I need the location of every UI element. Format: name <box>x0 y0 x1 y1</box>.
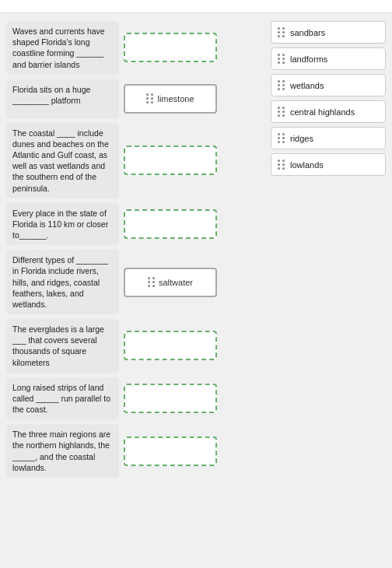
question-box-6: The everglades is a large ___ that cover… <box>6 319 119 373</box>
drag-handle-icon <box>146 93 154 103</box>
drop-zone-3[interactable] <box>124 146 217 175</box>
drop-zone-4[interactable] <box>124 209 217 239</box>
question-box-4: Every place in the state of Florida is 1… <box>6 203 119 246</box>
drop-zone-5[interactable]: saltwater <box>124 268 217 297</box>
filled-answer-label-5: saltwater <box>159 278 193 287</box>
choice-item-c6[interactable]: lowlands <box>271 153 386 176</box>
drag-handle-icon <box>148 277 156 287</box>
question-box-5: Different types of _______ in Florida in… <box>6 250 119 314</box>
choice-label-c5: ridges <box>290 134 313 143</box>
match-row-5: Different types of _______ in Florida in… <box>6 250 264 314</box>
choice-item-c1[interactable]: sandbars <box>271 21 386 44</box>
choice-drag-handle-icon <box>278 27 285 37</box>
drop-zone-7[interactable] <box>124 384 217 413</box>
drop-zone-6[interactable] <box>124 331 217 360</box>
match-row-3: The coastal ____ include dunes and beach… <box>6 123 264 198</box>
match-row-1: Waves and currents have shaped Florida's… <box>6 21 264 75</box>
question-box-2: Florida sits on a huge ________ platform <box>6 79 119 118</box>
match-row-7: Long raised strips of land called _____ … <box>6 377 264 420</box>
drop-zone-2[interactable]: limestone <box>124 84 217 114</box>
match-row-6: The everglades is a large ___ that cover… <box>6 319 264 373</box>
choice-label-c1: sandbars <box>290 28 325 37</box>
question-box-3: The coastal ____ include dunes and beach… <box>6 123 119 198</box>
choice-drag-handle-icon <box>278 80 285 90</box>
choice-item-c5[interactable]: ridges <box>271 127 386 149</box>
matching-area: Waves and currents have shaped Florida's… <box>6 21 264 478</box>
choice-item-c4[interactable]: central highlands <box>271 100 386 123</box>
question-box-1: Waves and currents have shaped Florida's… <box>6 21 119 75</box>
choice-label-c2: landforms <box>290 54 327 64</box>
choice-item-c3[interactable]: wetlands <box>271 74 386 96</box>
match-row-4: Every place in the state of Florida is 1… <box>6 203 264 246</box>
choice-label-c3: wetlands <box>290 81 324 90</box>
filled-answer-label-2: limestone <box>157 94 194 103</box>
main-content: Waves and currents have shaped Florida's… <box>0 13 392 486</box>
answer-choices-panel: sandbarslandformswetlandscentral highlan… <box>271 21 386 478</box>
choice-label-c6: lowlands <box>290 160 324 170</box>
drop-content-5: saltwater <box>148 277 193 287</box>
choice-drag-handle-icon <box>278 133 285 143</box>
choice-drag-handle-icon <box>278 160 285 170</box>
choice-drag-handle-icon <box>278 107 285 117</box>
choice-item-c2[interactable]: landforms <box>271 47 386 70</box>
drop-content-2: limestone <box>146 93 194 103</box>
match-row-8: The three main regions are the northern … <box>6 424 264 478</box>
drop-zone-8[interactable] <box>124 437 217 466</box>
choice-label-c4: central highlands <box>290 107 355 117</box>
drop-zone-1[interactable] <box>124 33 217 62</box>
question-box-8: The three main regions are the northern … <box>6 424 119 478</box>
match-row-2: Florida sits on a huge ________ platform… <box>6 79 264 118</box>
choice-drag-handle-icon <box>278 54 285 64</box>
instruction-header <box>0 0 392 13</box>
question-box-7: Long raised strips of land called _____ … <box>6 377 119 420</box>
